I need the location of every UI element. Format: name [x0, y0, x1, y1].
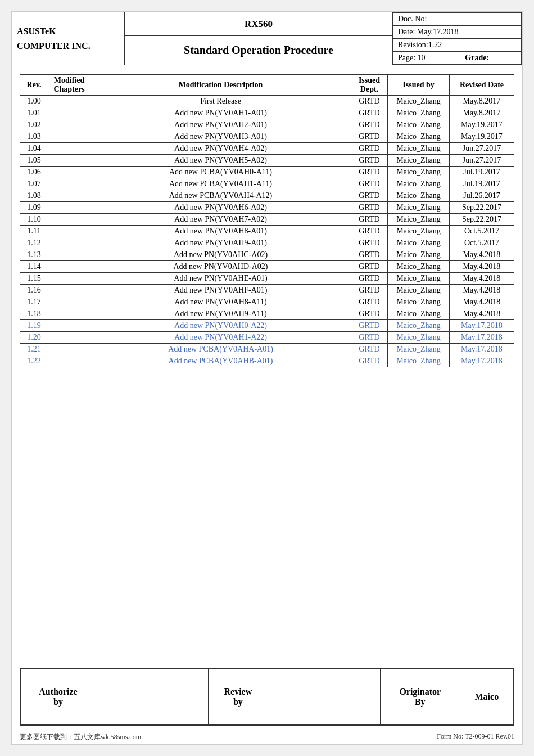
page: ASUSTeK COMPUTER INC. RX560 Doc. No: Dat… — [11, 11, 523, 745]
table-row: 1.15Add new PN(YV0AHE-A01)GRTDMaico_Zhan… — [20, 273, 514, 285]
footer-right: Form No: T2-009-01 Rev.01 — [437, 732, 514, 742]
table-row: 1.18Add new PN(YV0AH9-A11)GRTDMaico_Zhan… — [20, 308, 514, 320]
table-row: 1.05Add new PN(YV0AH5-A02)GRTDMaico_Zhan… — [20, 155, 514, 166]
product-name: RX560 — [125, 12, 393, 36]
authorize-by-cell: Authorize by — [21, 669, 96, 725]
document-title: Standard Operation Procedure — [125, 36, 393, 65]
signature-table: Authorize by Review by Originator By Mai… — [20, 668, 514, 725]
originator-name-cell: Maico — [460, 669, 513, 725]
originator-by-cell: Originator By — [380, 669, 460, 725]
table-row: 1.17Add new PN(YV0AH8-A11)GRTDMaico_Zhan… — [20, 296, 514, 308]
review-by-space — [268, 669, 380, 725]
review-by-cell: Review by — [208, 669, 268, 725]
col-header-rev: Rev. — [20, 75, 48, 96]
table-row: 1.20Add new PN(YV0AH1-A22)GRTDMaico_Zhan… — [20, 332, 514, 344]
company-line2: COMPUTER INC. — [17, 41, 90, 51]
doc-page: Page: 10 — [393, 52, 460, 65]
col-header-issuedby: Issued by — [388, 75, 450, 96]
table-row: 1.06Add new PCBA(YV0AH0-A11)GRTDMaico_Zh… — [20, 166, 514, 178]
company-line1: ASUSTeK — [17, 26, 56, 36]
table-row: 1.19Add new PN(YV0AH0-A22)GRTDMaico_Zhan… — [20, 320, 514, 332]
signature-section: Authorize by Review by Originator By Mai… — [20, 668, 514, 726]
table-row: 1.14Add new PN(YV0AHD-A02)GRTDMaico_Zhan… — [20, 261, 514, 273]
header-table: ASUSTeK COMPUTER INC. RX560 Doc. No: Dat… — [12, 12, 522, 65]
table-row: 1.04Add new PN(YV0AH4-A02)GRTDMaico_Zhan… — [20, 143, 514, 155]
table-row: 1.21Add new PCBA(YV0AHA-A01)GRTDMaico_Zh… — [20, 344, 514, 356]
table-row: 1.12Add new PN(YV0AH9-A01)GRTDMaico_Zhan… — [20, 237, 514, 249]
bottom-footer: 更多图纸下载到：五八文库wk.58sms.com Form No: T2-009… — [12, 730, 522, 744]
company-name: ASUSTeK COMPUTER INC. — [12, 12, 125, 65]
authorize-by-space — [96, 669, 208, 725]
table-row: 1.10Add new PN(YV0AH7-A02)GRTDMaico_Zhan… — [20, 214, 514, 226]
table-row: 1.11Add new PN(YV0AH8-A01)GRTDMaico_Zhan… — [20, 226, 514, 237]
doc-no: Doc. No: — [393, 13, 522, 26]
col-header-desc: Modification Description — [90, 75, 351, 96]
footer-left: 更多图纸下载到：五八文库wk.58sms.com — [20, 732, 141, 742]
table-row: 1.08Add new PCBA(YV0AH4-A12)GRTDMaico_Zh… — [20, 190, 514, 202]
table-row: 1.22Add new PCBA(YV0AHB-A01)GRTDMaico_Zh… — [20, 356, 514, 367]
doc-info-table: Doc. No: Date: May.17.2018 Revision:1.22… — [393, 12, 522, 65]
doc-revision: Revision:1.22 — [393, 39, 522, 52]
col-header-mod: ModifiedChapters — [48, 75, 90, 96]
table-row: 1.01Add new PN(YV0AH1-A01)GRTDMaico_Zhan… — [20, 107, 514, 119]
doc-grade: Grade: — [460, 52, 522, 65]
revision-table: Rev. ModifiedChapters Modification Descr… — [20, 74, 514, 367]
revision-section: Rev. ModifiedChapters Modification Descr… — [12, 74, 522, 367]
table-row: 1.07Add new PCBA(YV0AH1-A11)GRTDMaico_Zh… — [20, 178, 514, 190]
col-header-revised: Revised Date — [450, 75, 514, 96]
table-row: 1.09Add new PN(YV0AH6-A02)GRTDMaico_Zhan… — [20, 202, 514, 214]
table-row: 1.03Add new PN(YV0AH3-A01)GRTDMaico_Zhan… — [20, 131, 514, 143]
table-row: 1.00First ReleaseGRTDMaico_ZhangMay.8.20… — [20, 96, 514, 107]
table-row: 1.16Add new PN(YV0AHF-A01)GRTDMaico_Zhan… — [20, 285, 514, 296]
doc-date: Date: May.17.2018 — [393, 26, 522, 39]
table-row: 1.13Add new PN(YV0AHC-A02)GRTDMaico_Zhan… — [20, 249, 514, 261]
table-row: 1.02Add new PN(YV0AH2-A01)GRTDMaico_Zhan… — [20, 119, 514, 131]
col-header-issued: IssuedDept. — [351, 75, 388, 96]
